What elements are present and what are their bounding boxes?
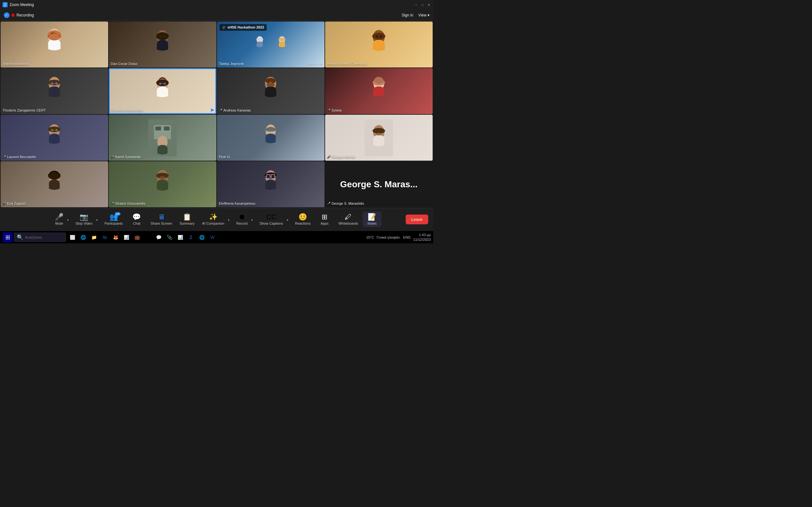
taskbar-task-view[interactable]: ⬜ bbox=[67, 232, 78, 242]
svg-point-12 bbox=[376, 36, 378, 38]
apps-label: Apps bbox=[321, 222, 328, 225]
apps-button[interactable]: ⊞ Apps bbox=[315, 212, 334, 227]
taskbar-firefox[interactable]: 🦊 bbox=[110, 232, 120, 242]
record-label: Record bbox=[236, 222, 247, 225]
taskbar-settings[interactable]: ⚙ bbox=[143, 232, 153, 242]
video-grid: Joanna Badouna Dan-Cezar Dutuc 🎓 sHSE Ha… bbox=[0, 21, 433, 208]
ai-companion-button[interactable]: ✨ AI Companion bbox=[199, 212, 227, 227]
share-screen-button[interactable]: 🖥 Share Screen bbox=[148, 212, 175, 227]
window-controls[interactable]: ─ □ ✕ bbox=[414, 3, 431, 7]
participant-tile-hackathon[interactable]: 🎓 sHSE Hackathon 2022 Skupno.HSE Tadeja … bbox=[217, 21, 324, 67]
ai-companion-caret[interactable]: ▲ bbox=[227, 216, 232, 223]
participant-tile-george-s[interactable]: George S. Maras... 🎤 George S. Maraslidi… bbox=[325, 161, 433, 207]
laurent-video bbox=[1, 115, 108, 161]
piotr-name: Piotr H. bbox=[219, 155, 231, 159]
leave-button[interactable]: Leave bbox=[406, 215, 428, 224]
participant-tile-laurent[interactable]: 🎤 Laurent Beccaletto bbox=[1, 115, 108, 161]
participant-tile-andreas[interactable]: 🎤 Andreas Karavias bbox=[217, 68, 324, 114]
participant-tile-giorgos[interactable]: 🎤 Giorgos Marias bbox=[325, 115, 433, 161]
taskbar-edge[interactable]: 🌐 bbox=[78, 232, 88, 242]
taskbar-teams[interactable]: 💼 bbox=[132, 232, 142, 242]
andreas-name: 🎤 Andreas Karavias bbox=[219, 108, 251, 112]
mute-icon-stratos: 🎤 bbox=[111, 202, 114, 205]
maximize-button[interactable]: □ bbox=[420, 3, 424, 7]
camera-icon: 📷 bbox=[80, 214, 88, 221]
chat-label: Chat bbox=[133, 222, 140, 225]
mute-icon: 🎤 bbox=[55, 214, 63, 221]
laurent-avatar bbox=[25, 119, 84, 156]
participant-tile-stratos[interactable]: 🎤 Stratos Giouvanidis bbox=[109, 161, 216, 207]
minimize-button[interactable]: ─ bbox=[414, 3, 418, 7]
notes-icon: 📝 bbox=[368, 214, 376, 221]
recording-dot bbox=[11, 14, 14, 17]
taskbar-search-icon: 🔍 bbox=[17, 234, 23, 240]
piotr-avatar bbox=[241, 119, 300, 156]
participant-tile-sylwia[interactable]: 🎤 Sylwia bbox=[325, 68, 433, 114]
reactions-button[interactable]: 😊 Reactions bbox=[292, 212, 314, 227]
show-captions-button[interactable]: CC Show Captions bbox=[256, 212, 286, 227]
participant-tile-piotr[interactable]: Piotr H. bbox=[217, 115, 324, 161]
participant-tile-hernan[interactable]: Hernan Flores (Germany) bbox=[325, 21, 433, 67]
eleonora-name: Eleonora Manoukian bbox=[111, 108, 143, 112]
taskbar-file-explorer[interactable]: 📁 bbox=[89, 232, 99, 242]
taskbar: ⊞ 🔍 ⬜ 🌐 📁 🛍 🦊 📊 💼 ⚙ 💬 📎 📊 Z 🌐 W 15°C Γεν… bbox=[0, 231, 433, 243]
taskbar-sharepoint[interactable]: 📎 bbox=[164, 232, 174, 242]
start-button[interactable]: ⊞ bbox=[3, 232, 13, 242]
taskbar-apps: ⬜ 🌐 📁 🛍 🦊 📊 💼 ⚙ 💬 📎 📊 Z 🌐 W bbox=[67, 232, 365, 242]
video-caret[interactable]: ▲ bbox=[95, 216, 100, 223]
record-icon: ⏺ bbox=[239, 214, 246, 221]
captions-control: CC Show Captions ▲ bbox=[256, 212, 291, 227]
participant-tile-eva[interactable]: 🎤 Eva Zygouri bbox=[1, 161, 108, 207]
taskbar-word[interactable]: W bbox=[207, 232, 217, 242]
svg-point-7 bbox=[256, 38, 263, 41]
laurent-name: 🎤 Laurent Beccaletto bbox=[3, 155, 36, 159]
sylwia-video bbox=[325, 68, 433, 114]
hernan-avatar bbox=[349, 26, 408, 63]
eleonora-video bbox=[109, 68, 216, 114]
participant-tile-eleftheria[interactable]: Eleftheria Karampetsou bbox=[217, 161, 324, 207]
mute-button[interactable]: 🎤 Mute bbox=[52, 212, 66, 227]
thodoris-name: Thodoris Zarogiannis CERT bbox=[3, 108, 46, 112]
chat-button[interactable]: 💬 Chat bbox=[127, 212, 146, 227]
taskbar-excel[interactable]: 📊 bbox=[175, 232, 185, 242]
notes-button[interactable]: 📝 Notes bbox=[362, 212, 382, 227]
taskbar-office[interactable]: 📊 bbox=[121, 232, 131, 242]
window-title: Zoom Meeting bbox=[9, 3, 34, 7]
participant-tile-kamil[interactable]: 🎤 Kamil Szewerda bbox=[109, 115, 216, 161]
ai-companion-control: ✨ AI Companion ▲ bbox=[199, 212, 232, 227]
captions-caret[interactable]: ▲ bbox=[286, 216, 291, 223]
whiteboards-button[interactable]: 🖊 Whiteboards bbox=[335, 212, 361, 227]
taskbar-time-display: 1:43 μμ bbox=[413, 233, 431, 237]
kamil-avatar bbox=[133, 119, 192, 156]
search-input[interactable] bbox=[25, 235, 63, 239]
taskbar-skype[interactable]: 💬 bbox=[154, 232, 164, 242]
svg-point-32 bbox=[48, 126, 61, 132]
record-button[interactable]: ⏺ Record bbox=[233, 212, 250, 227]
chat-icon: 💬 bbox=[132, 214, 141, 221]
giorgos-video bbox=[325, 115, 433, 161]
view-button[interactable]: View ▾ bbox=[418, 13, 429, 17]
taskbar-search[interactable]: 🔍 bbox=[14, 233, 66, 242]
video-control: 📷 Stop Video ▲ bbox=[72, 212, 100, 227]
taskbar-zoom[interactable]: Z bbox=[186, 232, 196, 242]
stop-video-button[interactable]: 📷 Stop Video bbox=[72, 212, 95, 227]
sign-in-button[interactable]: Sign in bbox=[402, 13, 413, 17]
taskbar-chrome[interactable]: 🌐 bbox=[197, 232, 207, 242]
svg-rect-39 bbox=[164, 126, 170, 130]
joanna-name: Joanna Badouna bbox=[3, 62, 29, 66]
summary-button[interactable]: 📋 Summary bbox=[176, 212, 198, 227]
participant-tile-thodoris[interactable]: Thodoris Zarogiannis CERT bbox=[1, 68, 108, 114]
mute-caret[interactable]: ▲ bbox=[66, 216, 71, 223]
eleftheria-video bbox=[217, 161, 324, 207]
taskbar-store[interactable]: 🛍 bbox=[100, 232, 110, 242]
participant-tile-dan[interactable]: Dan-Cezar Dutuc bbox=[109, 21, 216, 67]
taskbar-right: 15°C Γενικά ηλιοφάν. ENG 1:43 μμ 11/12/2… bbox=[366, 233, 431, 242]
george-display-text: George S. Maras... bbox=[340, 179, 417, 189]
participants-button[interactable]: 👥 16 Participants bbox=[101, 212, 126, 227]
participant-tile-joanna[interactable]: Joanna Badouna bbox=[1, 21, 108, 67]
participant-tile-eleonora[interactable]: Eleonora Manoukian ▶ bbox=[109, 68, 216, 114]
close-button[interactable]: ✕ bbox=[427, 3, 431, 7]
record-caret[interactable]: ▲ bbox=[250, 216, 255, 223]
top-bar: ✓ Recording Sign in View ▾ bbox=[0, 9, 433, 21]
weather-temp: 15°C bbox=[366, 235, 374, 239]
